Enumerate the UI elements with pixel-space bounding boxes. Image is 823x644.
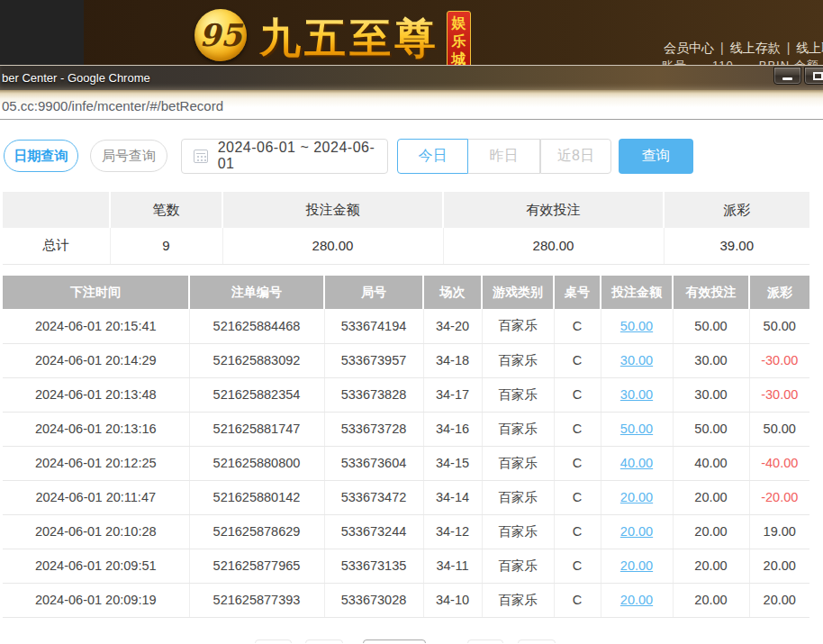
- search-button[interactable]: 查询: [619, 139, 693, 174]
- minimize-icon: [782, 77, 792, 80]
- bet-cell: 521625882354: [189, 377, 324, 412]
- bet-amount-link[interactable]: 20.00: [601, 480, 673, 514]
- bet-cell: 百家乐: [482, 480, 554, 514]
- summary-cell: 39.00: [664, 228, 809, 264]
- bet-cell: 533673604: [324, 446, 423, 480]
- bet-cell: 34-12: [423, 514, 482, 549]
- last-8-days-button[interactable]: 近8日: [540, 139, 611, 174]
- pagination-button-2[interactable]: [305, 639, 343, 643]
- summary-column-header: [3, 192, 110, 228]
- today-button[interactable]: 今日: [397, 139, 468, 174]
- bet-cell: 533673957: [324, 343, 423, 377]
- bet-amount-link[interactable]: 50.00: [601, 309, 673, 343]
- date-range-value: 2024-06-01 ~ 2024-06-01: [218, 140, 387, 172]
- bet-cell: 2024-06-01 20:09:19: [3, 583, 189, 617]
- bet-cell: 521625880800: [189, 446, 324, 480]
- badge-char: 娱: [452, 14, 466, 32]
- bet-amount-link[interactable]: 20.00: [601, 583, 673, 617]
- bet-cell: 百家乐: [482, 377, 554, 412]
- window-titlebar[interactable]: ber Center - Google Chrome: [0, 65, 823, 90]
- bet-cell: 533673135: [324, 549, 423, 583]
- bet-cell: 2024-06-01 20:12:25: [3, 446, 189, 480]
- bet-amount-link[interactable]: 50.00: [601, 412, 673, 446]
- table-row: 2024-06-01 20:12:25521625880800533673604…: [3, 446, 809, 480]
- bet-cell: 19.00: [749, 514, 809, 549]
- bet-amount-link[interactable]: 30.00: [601, 343, 673, 377]
- bet-cell: 50.00: [749, 412, 809, 446]
- summary-total-row: 总计9280.00280.0039.00: [3, 228, 809, 264]
- bet-cell: 533674194: [324, 309, 423, 343]
- bet-cell: 20.00: [749, 583, 809, 617]
- bet-cell: 20.00: [673, 583, 749, 617]
- yesterday-button[interactable]: 昨日: [468, 139, 540, 174]
- pagination-bar: [0, 639, 823, 643]
- bet-cell: 百家乐: [482, 446, 554, 480]
- date-query-tab[interactable]: 日期查询: [4, 140, 78, 172]
- bet-table-header-row: 下注时间注单编号局号场次游戏类别桌号投注金额有效投注派彩: [3, 276, 809, 309]
- bet-table-body: 2024-06-01 20:15:41521625884468533674194…: [3, 309, 809, 617]
- bet-column-header: 派彩: [749, 276, 809, 309]
- bet-record-page: 日期查询 局号查询 2024-06-01 ~ 2024-06-01 今日 昨日 …: [0, 120, 823, 643]
- bet-column-header: 局号: [324, 276, 423, 309]
- window-title: ber Center - Google Chrome: [2, 71, 150, 85]
- table-row: 2024-06-01 20:15:41521625884468533674194…: [3, 309, 809, 343]
- bet-cell: C: [554, 549, 601, 583]
- summary-column-header: 有效投注: [443, 192, 664, 228]
- bet-cell: 2024-06-01 20:15:41: [3, 309, 189, 343]
- summary-header-row: 笔数投注金额有效投注派彩: [3, 192, 809, 228]
- bet-cell: 30.00: [673, 377, 749, 412]
- table-row: 2024-06-01 20:11:47521625880142533673472…: [3, 480, 809, 514]
- date-range-input[interactable]: 2024-06-01 ~ 2024-06-01: [181, 139, 388, 174]
- bet-cell: -30.00: [749, 377, 809, 412]
- bet-cell: 533673728: [324, 412, 423, 446]
- table-row: 2024-06-01 20:09:51521625877965533673135…: [3, 549, 809, 583]
- nav-member-center-link[interactable]: 会员中心: [664, 41, 714, 55]
- calendar-icon: [194, 150, 208, 163]
- bet-cell: 百家乐: [482, 583, 554, 617]
- bet-cell: 50.00: [673, 412, 749, 446]
- bet-amount-link[interactable]: 40.00: [601, 446, 673, 480]
- bet-cell: 533673472: [324, 480, 423, 514]
- bet-column-header: 投注金额: [601, 276, 673, 309]
- nav-withdraw-link[interactable]: 线上取款: [796, 41, 823, 55]
- bet-amount-link[interactable]: 20.00: [601, 549, 673, 583]
- bet-cell: 34-20: [423, 309, 482, 343]
- nav-separator: |: [720, 41, 724, 55]
- table-row: 2024-06-01 20:13:16521625881747533673728…: [3, 412, 809, 446]
- pagination-page-select[interactable]: [363, 639, 426, 643]
- bet-cell: 34-16: [423, 412, 482, 446]
- address-bar[interactable]: 05.cc:9900/infe/mcenter/#/betRecord: [0, 90, 823, 120]
- pagination-button-4[interactable]: [518, 639, 556, 643]
- badge-char: 乐: [452, 32, 466, 50]
- bet-cell: 521625881747: [189, 412, 324, 446]
- url-text: 05.cc:9900/infe/mcenter/#/betRecord: [2, 98, 223, 113]
- bet-cell: 34-18: [423, 343, 482, 377]
- nav-deposit-link[interactable]: 线上存款: [730, 41, 781, 55]
- bet-cell: 521625877965: [189, 549, 324, 583]
- bet-cell: 20.00: [673, 514, 749, 549]
- maximize-button[interactable]: [804, 67, 823, 85]
- bet-column-header: 有效投注: [673, 276, 749, 309]
- bet-cell: 20.00: [673, 480, 749, 514]
- bet-column-header: 下注时间: [3, 276, 189, 309]
- bet-cell: 34-14: [423, 480, 482, 514]
- table-row: 2024-06-01 20:13:48521625882354533673828…: [3, 377, 809, 412]
- screenshot-stage: 95 九五至尊 娱 乐 城 会员中心|线上存款|线上取款 账号 110 BBIN…: [0, 0, 823, 644]
- bet-amount-link[interactable]: 20.00: [601, 514, 673, 549]
- bet-cell: 30.00: [673, 343, 749, 377]
- minimize-button[interactable]: [773, 67, 801, 85]
- site-logo: 95 九五至尊 娱 乐 城: [194, 4, 471, 65]
- summary-cell: 280.00: [222, 228, 443, 264]
- round-query-tab[interactable]: 局号查询: [90, 140, 167, 172]
- bet-cell: 40.00: [673, 446, 749, 480]
- bet-cell: 533673244: [324, 514, 423, 549]
- bet-amount-link[interactable]: 30.00: [601, 377, 673, 412]
- pagination-button-1[interactable]: [255, 639, 292, 643]
- summary-column-header: 投注金额: [222, 192, 443, 228]
- summary-column-header: 派彩: [664, 192, 809, 228]
- bet-cell: C: [554, 446, 601, 480]
- bet-cell: 百家乐: [482, 514, 554, 549]
- bet-cell: 百家乐: [482, 343, 554, 377]
- pagination-button-3[interactable]: [467, 639, 503, 643]
- bet-cell: 521625883092: [189, 343, 324, 377]
